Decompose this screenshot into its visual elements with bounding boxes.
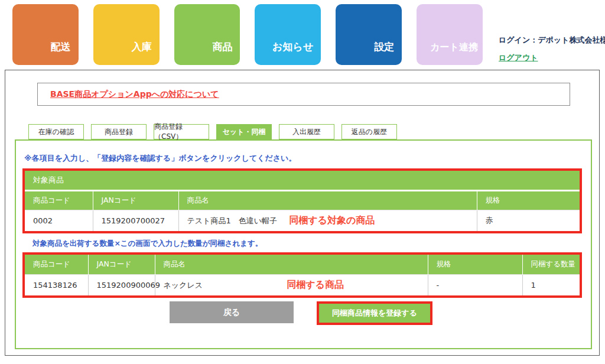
target-product-table: 対象商品 商品コード JANコード 商品名 規格 0002 1519200700… <box>25 171 580 231</box>
cell-product-code: 0002 <box>25 210 93 231</box>
cell-bundle-qty: 1 <box>522 274 580 295</box>
cell-jan-code: 1519200700027 <box>93 210 178 231</box>
target-product-table-highlight: 対象商品 商品コード JANコード 商品名 規格 0002 1519200700… <box>22 168 582 233</box>
tab-bar: 在庫の確認 商品登録 商品登録（CSV） セット・同梱 入出履歴 返品の履歴 <box>28 124 599 139</box>
product-name-text: ネックレス <box>164 281 203 290</box>
bundle-product-table-highlight: 商品コード JANコード 商品名 規格 同梱する数量 154138126 151… <box>22 252 582 298</box>
nav-tile-cart-link[interactable]: カート連携 <box>417 4 483 65</box>
target-table-section-header: 対象商品 <box>25 171 580 190</box>
annotation-target-product: 同梱する対象の商品 <box>289 214 375 226</box>
col-header-product-code: 商品コード <box>25 190 93 210</box>
back-button[interactable]: 戻る <box>170 301 294 323</box>
tab-stock-check[interactable]: 在庫の確認 <box>28 124 84 139</box>
nav-tile-delivery[interactable]: 配送 <box>12 4 79 65</box>
nav-tile-label: 配送 <box>51 40 71 54</box>
button-row: 戻る 同梱商品情報を登録する <box>22 301 591 325</box>
tab-return-history[interactable]: 返品の履歴 <box>341 124 397 139</box>
bundle-table-header-row: 商品コード JANコード 商品名 規格 同梱する数量 <box>25 255 580 274</box>
instruction-text: ※各項目を入力し、「登録内容を確認する」ボタンをクリックしてください。 <box>24 153 591 164</box>
nav-tile-label: 設定 <box>374 40 394 54</box>
nav-tile-warehousing[interactable]: 入庫 <box>93 4 160 65</box>
cell-spec: 赤 <box>477 210 580 231</box>
tab-product-register-csv[interactable]: 商品登録（CSV） <box>154 124 209 139</box>
bundle-table-data-row: 154138126 1519200900069 ネックレス 同梱する商品 - 1 <box>25 274 580 295</box>
tab-in-out-history[interactable]: 入出履歴 <box>279 124 334 139</box>
register-bundle-button[interactable]: 同梱商品情報を登録する <box>317 301 432 325</box>
cell-product-name: ネックレス 同梱する商品 <box>155 274 428 295</box>
set-bundle-panel: ※各項目を入力し、「登録内容を確認する」ボタンをクリックしてください。 対象商品… <box>15 139 592 349</box>
col-header-product-name: 商品名 <box>178 190 477 210</box>
top-navigation: 配送 入庫 商品 お知らせ 設定 カート連携 ログイン：デポット株式会社様 ログ… <box>0 0 605 70</box>
login-block: ログイン：デポット株式会社様 ログアウト <box>499 4 605 70</box>
main-content-box: BASE商品オプションAppへの対応について 在庫の確認 商品登録 商品登録（C… <box>5 70 600 356</box>
login-user-label: ログイン：デポット株式会社様 <box>499 35 605 46</box>
bundle-quantity-note: 対象商品を出荷する数量×この画面で入力した数量が同梱されます。 <box>32 239 591 249</box>
nav-tile-settings[interactable]: 設定 <box>336 4 402 65</box>
col-header-product-name: 商品名 <box>155 255 428 274</box>
nav-tile-label: カート連携 <box>430 41 478 54</box>
cell-product-code: 154138126 <box>25 274 88 295</box>
nav-tile-label: 入庫 <box>132 40 152 54</box>
col-header-product-code: 商品コード <box>25 255 88 274</box>
cell-product-name: テスト商品1 色違い帽子 同梱する対象の商品 <box>178 210 477 231</box>
annotation-bundle-product: 同梱する商品 <box>287 279 344 290</box>
cell-jan-code: 1519200900069 <box>88 274 155 295</box>
nav-tile-products[interactable]: 商品 <box>174 4 240 65</box>
target-table-data-row: 0002 1519200700027 テスト商品1 色違い帽子 同梱する対象の商… <box>25 210 580 231</box>
tab-set-bundle[interactable]: セット・同梱 <box>216 124 272 139</box>
bundle-product-table: 商品コード JANコード 商品名 規格 同梱する数量 154138126 151… <box>25 255 580 295</box>
tab-product-register[interactable]: 商品登録 <box>91 124 147 139</box>
product-name-text: テスト商品1 色違い帽子 <box>187 216 278 225</box>
col-header-spec: 規格 <box>477 190 580 210</box>
notice-link[interactable]: BASE商品オプションAppへの対応について <box>50 89 219 100</box>
col-header-spec: 規格 <box>428 255 522 274</box>
nav-tile-label: お知らせ <box>272 40 313 54</box>
col-header-jan-code: JANコード <box>93 190 178 210</box>
target-table-header-row: 商品コード JANコード 商品名 規格 <box>25 190 580 210</box>
col-header-jan-code: JANコード <box>88 255 155 274</box>
nav-tile-label: 商品 <box>212 40 232 54</box>
notice-box: BASE商品オプションAppへの対応について <box>37 83 570 106</box>
nav-tile-news[interactable]: お知らせ <box>255 4 321 65</box>
cell-spec: - <box>428 274 522 295</box>
logout-link[interactable]: ログアウト <box>499 53 538 63</box>
target-table-title: 対象商品 <box>25 171 580 190</box>
col-header-bundle-qty: 同梱する数量 <box>522 255 580 274</box>
